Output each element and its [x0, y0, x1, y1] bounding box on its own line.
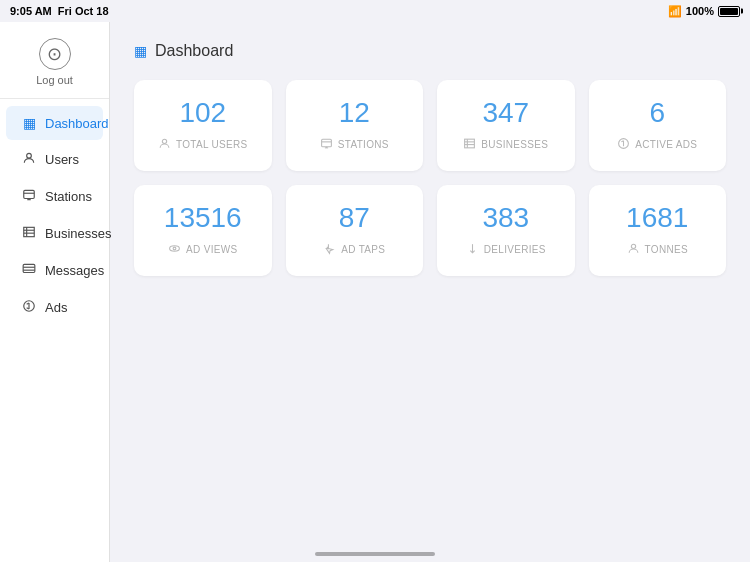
- messages-icon: [20, 262, 38, 279]
- sidebar-label-ads: Ads: [45, 300, 67, 315]
- svg-rect-9: [23, 264, 35, 272]
- stat-card-businesses: 347 BUSINESSES: [437, 80, 575, 171]
- svg-rect-5: [24, 227, 35, 236]
- stats-grid: 102 TOTAL USERS 12 STATIONS: [134, 80, 726, 276]
- status-bar: 9:05 AM Fri Oct 18 📶 100%: [0, 0, 750, 22]
- battery-icon: [718, 6, 740, 17]
- stat-value-stations: 12: [339, 98, 370, 129]
- stat-value-tonnes: 1681: [626, 203, 688, 234]
- sidebar-label-dashboard: Dashboard: [45, 116, 109, 131]
- stat-card-total-users: 102 TOTAL USERS: [134, 80, 272, 171]
- stat-label-deliveries: DELIVERIES: [484, 244, 546, 255]
- svg-rect-1: [24, 190, 35, 198]
- stat-label-total-users: TOTAL USERS: [176, 139, 247, 150]
- stat-value-active-ads: 6: [649, 98, 665, 129]
- main-content: ▦ Dashboard 102 TOTAL USERS 12: [110, 22, 750, 562]
- stat-icon-total-users: [158, 137, 171, 153]
- stat-label-businesses: BUSINESSES: [481, 139, 548, 150]
- stat-value-ad-taps: 87: [339, 203, 370, 234]
- stat-icon-deliveries: [466, 242, 479, 258]
- stat-card-active-ads: 6 ACTIVE ADS: [589, 80, 727, 171]
- stat-card-tonnes: 1681 TONNES: [589, 185, 727, 276]
- stat-label-ad-views: AD VIEWS: [186, 244, 237, 255]
- sidebar-item-users[interactable]: Users: [6, 142, 103, 177]
- dashboard-icon: ▦: [20, 115, 38, 131]
- home-indicator: [315, 552, 435, 556]
- stat-card-ad-taps: 87 AD TAPS: [286, 185, 424, 276]
- sidebar-label-messages: Messages: [45, 263, 104, 278]
- stat-label-tonnes: TONNES: [645, 244, 688, 255]
- stat-card-deliveries: 383 DELIVERIES: [437, 185, 575, 276]
- avatar-icon: ⊙: [47, 43, 62, 65]
- svg-rect-21: [465, 139, 475, 148]
- sidebar-item-stations[interactable]: Stations: [6, 179, 103, 214]
- status-date: Fri Oct 18: [58, 5, 109, 17]
- page-title-icon: ▦: [134, 43, 147, 59]
- stat-value-ad-views: 13516: [164, 203, 242, 234]
- stat-value-businesses: 347: [482, 98, 529, 129]
- svg-point-31: [631, 244, 635, 248]
- users-icon: [20, 151, 38, 168]
- businesses-icon: [20, 225, 38, 242]
- stat-card-stations: 12 STATIONS: [286, 80, 424, 171]
- page-title: Dashboard: [155, 42, 233, 60]
- stat-icon-businesses: [463, 137, 476, 153]
- sidebar-label-businesses: Businesses: [45, 226, 111, 241]
- battery-percent: 100%: [686, 5, 714, 17]
- avatar: ⊙: [39, 38, 71, 70]
- stat-icon-ad-views: [168, 242, 181, 258]
- stat-label-active-ads: ACTIVE ADS: [635, 139, 697, 150]
- sidebar-item-dashboard[interactable]: ▦ Dashboard: [6, 106, 103, 140]
- logout-label[interactable]: Log out: [36, 74, 73, 86]
- wifi-icon: 📶: [668, 5, 682, 18]
- stations-icon: [20, 188, 38, 205]
- sidebar-item-messages[interactable]: Messages: [6, 253, 103, 288]
- stat-label-ad-taps: AD TAPS: [341, 244, 385, 255]
- sidebar-label-stations: Stations: [45, 189, 92, 204]
- page-header: ▦ Dashboard: [134, 42, 726, 60]
- sidebar-item-businesses[interactable]: Businesses: [6, 216, 103, 251]
- stat-icon-tonnes: [627, 242, 640, 258]
- sidebar-user: ⊙ Log out: [0, 30, 109, 99]
- stat-icon-active-ads: [617, 137, 630, 153]
- stat-icon-ad-taps: [323, 242, 336, 258]
- svg-point-29: [173, 247, 176, 250]
- sidebar-label-users: Users: [45, 152, 79, 167]
- stat-value-total-users: 102: [179, 98, 226, 129]
- stat-icon-stations: [320, 137, 333, 153]
- sidebar: ⊙ Log out ▦ Dashboard Users Stations Bus…: [0, 22, 110, 562]
- stat-card-ad-views: 13516 AD VIEWS: [134, 185, 272, 276]
- sidebar-item-ads[interactable]: Ads: [6, 290, 103, 325]
- svg-rect-17: [321, 139, 331, 147]
- svg-point-16: [162, 139, 166, 143]
- svg-point-0: [27, 153, 32, 158]
- stat-value-deliveries: 383: [482, 203, 529, 234]
- stat-label-stations: STATIONS: [338, 139, 389, 150]
- app-container: ⊙ Log out ▦ Dashboard Users Stations Bus…: [0, 22, 750, 562]
- status-time: 9:05 AM: [10, 5, 52, 17]
- ads-icon: [20, 299, 38, 316]
